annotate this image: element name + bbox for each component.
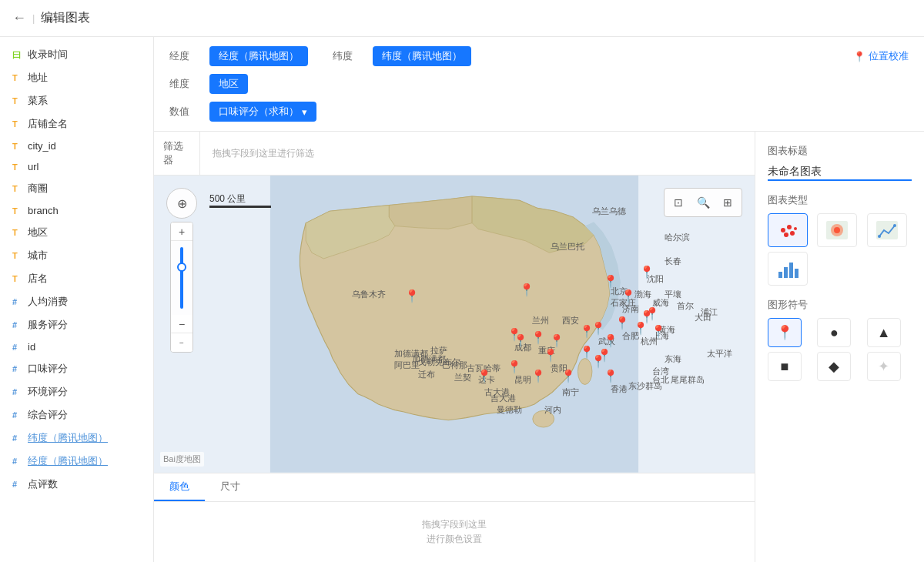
dimension-tag[interactable]: 地区 [209,74,248,94]
map-pin-0[interactable]: 📍 [404,289,420,303]
chart-type-scatter-map[interactable] [768,213,808,247]
map-pin-12[interactable]: 📍 [579,324,594,339]
value-tag[interactable]: 口味评分（求和） ▾ [209,102,316,122]
sidebar-item-18[interactable]: #经度（腾讯地图） [0,450,153,473]
map-navigation: ⊕ + − − [166,188,197,353]
filter-drop-area[interactable]: 拖拽字段到这里进行筛选 [200,132,755,175]
sidebar-item-14[interactable]: #口味评分 [0,357,153,380]
map-tool-search[interactable]: 🔍 [692,192,714,213]
sidebar-item-4[interactable]: Tcity_id [0,135,153,156]
latitude-tag[interactable]: 纬度（腾讯地图） [373,46,471,66]
chart-type-line-map[interactable] [867,213,907,247]
zoom-out-button[interactable]: − [171,315,192,333]
chart-types-grid [768,213,912,286]
sidebar-item-0[interactable]: 曰收录时间 [0,43,153,66]
sidebar-item-8[interactable]: T地区 [0,221,153,244]
map-pin-17[interactable]: 📍 [543,348,558,363]
back-button[interactable]: ← [12,10,26,26]
type-icon: # [12,364,23,373]
map-pin-10[interactable]: 📍 [651,324,666,339]
longitude-label: 经度 [169,49,200,63]
compass-button[interactable]: ⊕ [166,188,197,219]
color-drop-area[interactable]: 拖拽字段到这里进行颜色设置 [154,502,755,562]
chart-type-section: 图表类型 [768,193,912,286]
sidebar-item-15[interactable]: #环境评分 [0,380,153,403]
sidebar-item-13[interactable]: #id [0,336,153,357]
svg-rect-14 [778,272,782,278]
chart-title-input[interactable] [768,164,912,181]
zoom-slider[interactable] [171,241,192,315]
main-layout: 曰收录时间T地址T菜系T店铺全名Tcity_idTurlT商圈TbranchT地… [0,37,924,562]
cs-tab-颜色[interactable]: 颜色 [154,473,205,501]
map-tool-save[interactable]: ⊡ [668,192,689,213]
cs-tab-尺寸[interactable]: 尺寸 [205,473,256,501]
header: ← | 编辑图表 [0,0,924,37]
map-pin-2[interactable]: 📍 [603,274,618,289]
sidebar-item-3[interactable]: T店铺全名 [0,112,153,135]
longitude-row: 经度 经度（腾讯地图） 纬度 纬度（腾讯地图） 📍 位置校准 [169,46,909,66]
sidebar-item-12[interactable]: #服务评分 [0,313,153,336]
scale-line [209,206,271,208]
map-pin-14[interactable]: 📍 [531,330,546,345]
filter-row: 筛选器 拖拽字段到这里进行筛选 [154,132,755,176]
symbol-diamond[interactable]: ◆ [817,352,851,381]
chart-type-bar[interactable] [768,252,808,286]
chart-type-heat-map[interactable] [817,213,857,247]
type-icon: T [12,184,23,193]
sidebar-item-label: 服务评分 [28,318,68,332]
value-row: 数值 口味评分（求和） ▾ [169,102,909,122]
sidebar-item-label: branch [28,205,59,216]
color-size-tabs: 颜色尺寸 [154,473,755,502]
type-icon: T [12,96,23,105]
scale-bar [209,206,271,208]
map-pin-23[interactable]: 📍 [477,369,492,383]
sidebar-item-label: 地区 [28,226,48,239]
sidebar-item-17[interactable]: #纬度（腾讯地图） [0,427,153,450]
chart-title-label: 图表标题 [768,144,912,158]
sidebar-item-7[interactable]: Tbranch [0,200,153,221]
zoom-in-button[interactable]: + [171,222,192,241]
type-icon: T [12,206,23,216]
map-pin-20[interactable]: 📍 [603,369,618,383]
sidebar-item-label: 菜系 [28,94,48,108]
map-pin-22[interactable]: 📍 [531,369,546,383]
map-pin-11[interactable]: 📍 [603,333,618,348]
map-pin-1[interactable]: 📍 [519,283,534,297]
sidebar-item-6[interactable]: T商圈 [0,177,153,200]
location-calibrate-button[interactable]: 📍 位置校准 [853,49,909,63]
map-container[interactable]: 乌兰乌德乌兰巴托哈尔滨长春沈阳北京威海平壤首尔大田浦江济南石家庄渤海黄海东海太平… [154,176,755,473]
map-scale: 500 公里 [209,192,271,208]
map-pin-16[interactable]: 📍 [513,333,528,348]
sidebar-item-19[interactable]: #点评数 [0,473,153,496]
zoom-out2-button[interactable]: − [171,333,192,352]
symbol-square[interactable]: ■ [768,352,802,381]
type-icon: # [12,457,23,466]
sidebar-item-2[interactable]: T菜系 [0,89,153,112]
sidebar-item-5[interactable]: Turl [0,156,153,177]
symbol-circle[interactable]: ● [817,318,851,347]
map-pin-4[interactable]: 📍 [639,265,654,279]
sidebar-item-label: city_id [28,140,56,152]
map-pin-5[interactable]: 📍 [614,316,630,330]
map-pin-9[interactable]: 📍 [644,306,660,321]
type-icon: T [12,251,23,260]
sidebar-item-label: id [28,341,35,353]
symbol-pin[interactable]: 📍 [768,318,802,347]
sidebar-item-10[interactable]: T店名 [0,267,153,290]
map-pin-13[interactable]: 📍 [549,333,564,348]
longitude-tag[interactable]: 经度（腾讯地图） [209,46,308,66]
map-pin-25[interactable]: 📍 [597,348,612,363]
map-tool-grid[interactable]: ⊞ [717,192,738,213]
sidebar-item-11[interactable]: #人均消费 [0,290,153,313]
symbol-star[interactable]: ✦ [867,352,901,381]
symbol-triangle[interactable]: ▲ [867,318,901,347]
sidebar-item-9[interactable]: T城市 [0,244,153,267]
map-pin-3[interactable]: 📍 [621,289,636,303]
sidebar-item-label: 口味评分 [28,362,68,376]
value-label: 数值 [169,105,200,119]
sidebar-item-16[interactable]: #综合评分 [0,403,153,427]
sidebar-item-label: 纬度（腾讯地图） [28,431,108,445]
sidebar-item-1[interactable]: T地址 [0,66,153,89]
map-pin-21[interactable]: 📍 [507,360,522,374]
map-pin-24[interactable]: 📍 [561,369,576,383]
